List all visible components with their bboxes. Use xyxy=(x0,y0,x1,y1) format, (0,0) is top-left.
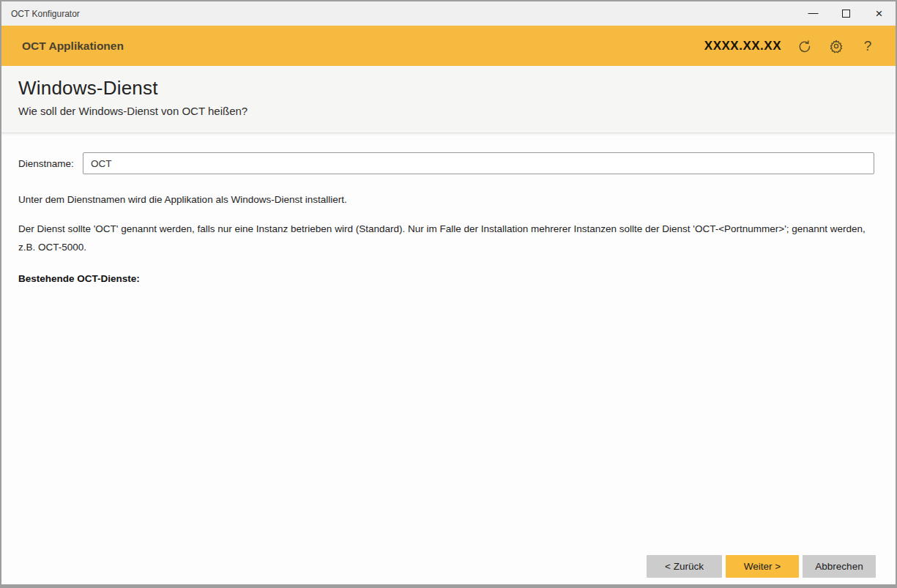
app-header-actions: XXXX.XX.XX ? xyxy=(704,38,876,54)
close-button[interactable]: × xyxy=(863,1,896,26)
page-header: Windows-Dienst Wie soll der Windows-Dien… xyxy=(1,66,896,133)
app-window: OCT Konfigurator — × OCT Applikationen X… xyxy=(0,0,897,588)
wizard-navigation: < Zurück Weiter > Abbrechen xyxy=(647,555,876,578)
main-content: Dienstname: Unter dem Dienstnamen wird d… xyxy=(1,133,896,584)
refresh-icon[interactable] xyxy=(797,38,813,54)
maximize-icon xyxy=(842,10,850,18)
page-title: Windows-Dienst xyxy=(18,77,874,100)
info-text-install: Unter dem Dienstnamen wird die Applikati… xyxy=(18,193,874,207)
service-name-input[interactable] xyxy=(83,152,874,174)
help-icon[interactable]: ? xyxy=(860,38,876,54)
minimize-icon: — xyxy=(808,7,819,18)
cancel-button[interactable]: Abbrechen xyxy=(803,555,876,578)
minimize-button[interactable]: — xyxy=(797,1,830,26)
service-name-row: Dienstname: xyxy=(18,152,874,174)
info-text-naming: Der Dienst sollte 'OCT' genannt werden, … xyxy=(18,220,874,257)
window-controls: — × xyxy=(797,1,896,26)
app-header-bar: OCT Applikationen XXXX.XX.XX ? xyxy=(1,26,896,66)
maximize-button[interactable] xyxy=(830,1,863,26)
next-button[interactable]: Weiter > xyxy=(726,555,799,578)
titlebar: OCT Konfigurator — × xyxy=(1,1,896,26)
gear-icon[interactable] xyxy=(828,38,844,54)
page-subtitle: Wie soll der Windows-Dienst von OCT heiß… xyxy=(18,105,874,117)
app-title: OCT Applikationen xyxy=(22,40,124,53)
window-title: OCT Konfigurator xyxy=(11,9,80,19)
existing-services-label: Bestehende OCT-Dienste: xyxy=(18,273,874,284)
version-label: XXXX.XX.XX xyxy=(704,39,781,53)
back-button[interactable]: < Zurück xyxy=(647,555,722,578)
service-name-label: Dienstname: xyxy=(18,158,83,169)
close-icon: × xyxy=(876,7,883,20)
